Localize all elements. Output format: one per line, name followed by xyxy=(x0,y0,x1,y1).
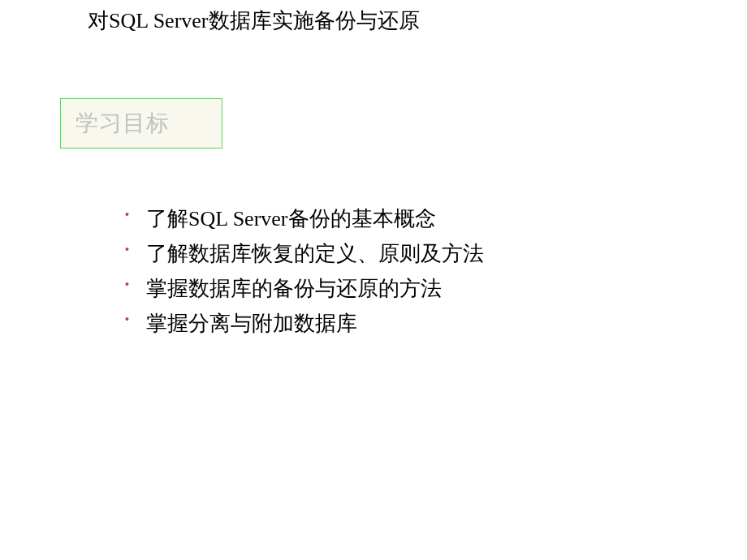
list-item: 了解SQL Server备份的基本概念 xyxy=(125,202,484,237)
list-item: 掌握数据库的备份与还原的方法 xyxy=(125,272,484,307)
objectives-box: 学习目标 xyxy=(60,98,222,149)
list-item: 了解数据库恢复的定义、原则及方法 xyxy=(125,237,484,272)
slide-title: 对SQL Server数据库实施备份与还原 xyxy=(88,6,420,35)
objectives-label: 学习目标 xyxy=(76,108,170,139)
bullet-list: 了解SQL Server备份的基本概念 了解数据库恢复的定义、原则及方法 掌握数… xyxy=(125,202,484,342)
list-item: 掌握分离与附加数据库 xyxy=(125,307,484,342)
